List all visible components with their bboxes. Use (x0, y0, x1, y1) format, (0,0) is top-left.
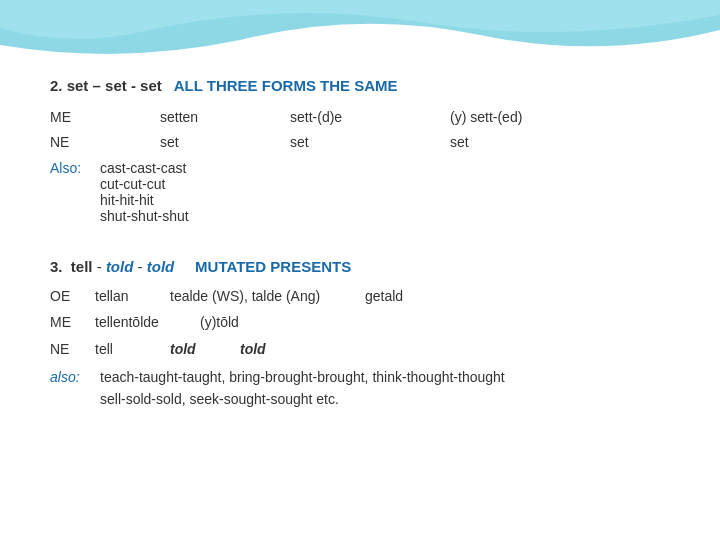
me-tellen-row: ME tellentōlde (y)tōld (50, 311, 670, 333)
ne-row: NE set set set (50, 131, 670, 153)
also2-block: also: teach-taught-taught, bring-brought… (50, 366, 670, 411)
section-3-title: 3. tell - told - told MUTATED PRESENTS (50, 258, 670, 275)
oe-label: OE (50, 285, 95, 307)
me-col3-inline: (y) sett-(ed) (450, 106, 610, 128)
ne-told2: told (240, 338, 310, 360)
main-content: 2. set – set - set ALL THREE FORMS THE S… (50, 75, 670, 520)
section-3-told2: told (147, 258, 175, 275)
also-item-2: cut-cut-cut (100, 176, 670, 192)
section-2-highlight: ALL THREE FORMS THE SAME (166, 77, 398, 94)
ne-tell-col1: tell (95, 338, 170, 360)
oe-row: OE tellan tealde (WS), talde (Ang) getal… (50, 285, 670, 307)
oe-col1: tellan (95, 285, 170, 307)
also-block: Also: cast-cast-cast cut-cut-cut hit-hit… (50, 160, 670, 224)
also-item-3: hit-hit-hit (100, 192, 670, 208)
also-label: Also: (50, 160, 100, 224)
section-3-number: 3. tell (50, 258, 93, 275)
me-tellen-label: ME (50, 311, 95, 333)
me-col1: setten (160, 106, 290, 128)
me-col2: sett-(d)e (290, 106, 450, 128)
me-tellen-word: tellentōlde (95, 311, 200, 333)
oe-col2: tealde (WS), talde (Ang) (170, 285, 365, 307)
divider (50, 242, 670, 258)
section-3-suffix: MUTATED PRESENTS (195, 258, 351, 275)
also2-line1: teach-taught-taught, bring-brought-broug… (100, 366, 670, 388)
section-2: 2. set – set - set ALL THREE FORMS THE S… (50, 75, 670, 224)
also-item-1: cast-cast-cast (100, 160, 670, 176)
wave-header (0, 0, 720, 70)
also-item-4: shut-shut-shut (100, 208, 670, 224)
me-row: ME setten sett-(d)e (y) sett-(ed) (50, 106, 670, 128)
ne-col1: set (160, 131, 290, 153)
also2-label: also: (50, 366, 100, 411)
ne-tell-row: NE tell told told (50, 338, 670, 360)
section-2-number: 2. set – set - set (50, 77, 162, 94)
me-ytold: (y)tōld (200, 311, 330, 333)
also2-text: teach-taught-taught, bring-brought-broug… (100, 366, 670, 411)
also2-line2: sell-sold-sold, seek-sought-sought etc. (100, 388, 670, 410)
section-2-title: 2. set – set - set ALL THREE FORMS THE S… (50, 75, 670, 96)
ne-col3-inline: set (450, 131, 610, 153)
section-3: 3. tell - told - told MUTATED PRESENTS O… (50, 258, 670, 411)
also-list: cast-cast-cast cut-cut-cut hit-hit-hit s… (100, 160, 670, 224)
ne-tell-label: NE (50, 338, 95, 360)
section-3-told1: told (106, 258, 134, 275)
ne-label: NE (50, 131, 160, 153)
oe-col3: getald (365, 285, 445, 307)
ne-told1: told (170, 338, 240, 360)
ne-col2: set (290, 131, 450, 153)
me-label: ME (50, 106, 160, 128)
